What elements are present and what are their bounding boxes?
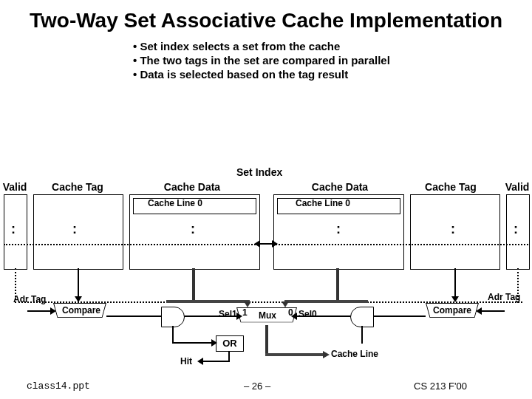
data-right-down [336,268,339,300]
arrow-left-icon [254,240,260,248]
arrow-right-icon [236,313,242,320]
bullet-item: Data is selected based on the tag result [133,68,532,81]
bullet-item: Set index selects a set from the cache [133,40,532,52]
adr-tag-right-line [480,310,505,312]
hit-label: Hit [180,356,192,366]
data-left-bus [166,300,250,303]
tag-col-right [410,194,500,270]
footer-right: CS 213 F'00 [414,381,467,392]
bullet-list: Set index selects a set from the cache T… [103,40,532,81]
or-out-line [228,352,230,361]
arrow-down-icon [75,296,82,302]
cache-line-out-label: Cache Line [331,349,378,359]
arrow-right-icon [323,351,330,358]
cache-line0-left-label: Cache Line 0 [148,198,202,208]
valid-right-label: Valid [502,181,532,193]
and-gate-right [350,307,374,327]
mux-out-line [265,325,268,355]
mux-label: Mux [259,310,276,321]
compare-left-label: Compare [59,305,103,316]
data-left-down [192,268,195,300]
tag-col-left [33,194,123,270]
hit-line [202,361,230,362]
cache-tag-left-label: Cache Tag [37,181,118,193]
tag-right-down [454,268,456,298]
ellipsis-icon: : [72,222,77,237]
compare-right-label: Compare [430,305,474,316]
valid-col-right [506,194,530,270]
set-select-dash-right [273,244,528,245]
page-title: Two-Way Set Associative Cache Implementa… [30,9,502,33]
valid-col-left [4,194,27,270]
set-index-label: Set Index [236,166,282,178]
set-select-dash-left [4,244,259,245]
or-gate: OR [216,335,244,352]
data-right-bus [284,300,368,303]
and-left-across [172,342,213,344]
arrow-down-icon [244,301,251,307]
adr-tag-right-label: Adr Tag [488,292,520,302]
adr-tag-left-line [27,310,52,312]
footer-center: – 26 – [244,381,270,392]
ellipsis-icon: : [191,222,195,237]
arrow-left-icon [197,358,203,365]
sel0-label: Sel0 [299,309,317,319]
cache-tag-right-label: Cache Tag [410,181,491,193]
sel1-label: Sel1 [219,309,237,319]
cache-data-right-label: Cache Data [288,181,392,193]
valid-left-label: Valid [0,181,30,193]
footer-left: class14.ppt [27,381,90,392]
and-left-down [172,326,174,344]
mux-one-label: 1 [242,307,248,318]
arrow-left-icon [291,313,297,320]
ellipsis-icon: : [11,222,16,237]
cache-line-out-bus [265,353,324,356]
and-right-down [361,326,363,344]
ellipsis-icon: : [336,222,341,237]
tag-left-down [78,268,79,298]
adr-tag-left-label: Adr Tag [13,294,46,304]
arrow-right-icon [272,240,278,248]
ellipsis-icon: : [514,222,518,237]
bullet-item: The two tags in the set are compared in … [133,54,532,66]
ellipsis-icon: : [451,222,455,237]
and-gate-left [161,307,185,327]
set-select-connector [259,243,273,245]
cache-line0-right-label: Cache Line 0 [296,198,350,208]
arrow-down-icon [282,301,289,307]
arrow-down-icon [451,296,459,302]
cache-data-left-label: Cache Data [140,181,244,193]
